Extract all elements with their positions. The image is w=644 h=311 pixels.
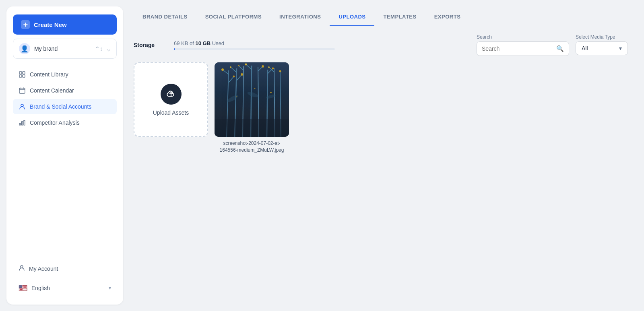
tab-brand-details[interactable]: BRAND DETAILS	[134, 8, 196, 26]
main-content: BRAND DETAILS SOCIAL PLATFORMS INTEGRATI…	[130, 0, 644, 311]
svg-rect-2	[19, 75, 22, 77]
svg-rect-6	[19, 123, 21, 125]
media-type-box: Select Media Type All ▾	[576, 34, 628, 55]
svg-rect-0	[19, 72, 22, 74]
content-calendar-icon	[19, 87, 26, 94]
asset-thumbnail	[215, 62, 289, 137]
storage-bar-fill	[174, 48, 175, 50]
brand-social-icon	[19, 103, 26, 110]
storage-label: Storage	[134, 42, 162, 48]
upload-card[interactable]: Upload Assets	[134, 62, 208, 137]
tab-bar: BRAND DETAILS SOCIAL PLATFORMS INTEGRATI…	[130, 8, 636, 26]
media-type-chevron-icon: ▾	[619, 45, 622, 51]
asset-image	[215, 62, 289, 137]
language-chevron-icon: ▾	[109, 285, 111, 291]
content-calendar-label: Content Calendar	[30, 87, 74, 94]
tab-uploads[interactable]: UPLOADS	[330, 8, 374, 26]
svg-point-9	[21, 266, 23, 268]
svg-point-37	[279, 70, 281, 72]
my-account-icon	[19, 265, 25, 272]
search-input-wrap: 🔍	[477, 41, 569, 56]
svg-point-32	[238, 65, 239, 66]
assets-grid: Upload Assets	[130, 62, 636, 154]
sidebar-item-competitor-analysis[interactable]: Competitor Analysis	[13, 115, 117, 130]
svg-point-36	[268, 66, 270, 68]
search-icon: 🔍	[556, 45, 564, 52]
brand-social-label: Brand & Social Accounts	[30, 103, 91, 110]
svg-rect-41	[215, 119, 289, 137]
sidebar-item-content-library[interactable]: Content Library	[13, 67, 117, 82]
search-box: Search 🔍	[477, 34, 569, 56]
storage-bar-container: 69 KB of 10 GB Used	[174, 40, 335, 50]
svg-point-39	[254, 88, 256, 89]
tab-exports[interactable]: EXPORTS	[425, 8, 470, 26]
svg-point-31	[241, 73, 243, 76]
flag-icon: 🇺🇸	[19, 284, 27, 292]
svg-point-40	[270, 92, 272, 93]
svg-point-30	[230, 66, 231, 68]
plus-icon: ＋	[21, 20, 30, 29]
svg-rect-1	[23, 72, 25, 74]
brand-chevron-icon: ⌵	[107, 45, 111, 53]
main-nav: Content Library Content Calendar Brand &…	[13, 67, 117, 254]
asset-name-label: screenshot-2024-07-02-at-164556-medium_Z…	[215, 140, 289, 154]
tab-templates[interactable]: TEMPLATES	[374, 8, 425, 26]
search-input[interactable]	[482, 45, 553, 52]
content-library-icon	[19, 71, 26, 78]
media-type-value: All	[582, 45, 588, 51]
brand-name-label: My brand	[34, 45, 91, 52]
svg-rect-7	[22, 122, 23, 125]
sidebar-item-brand-social[interactable]: Brand & Social Accounts	[13, 99, 117, 114]
asset-item[interactable]: screenshot-2024-07-02-at-164556-medium_Z…	[215, 62, 289, 154]
storage-suffix: Used	[212, 40, 224, 46]
svg-point-34	[262, 65, 264, 68]
storage-progress-bar	[174, 48, 335, 50]
tab-integrations[interactable]: INTEGRATIONS	[270, 8, 330, 26]
svg-rect-4	[19, 88, 25, 93]
sidebar: ＋ Create New 👤 My brand ⌃↕ ⌵ Content Lib…	[6, 6, 123, 305]
sidebar-bottom: My Account 🇺🇸 English ▾	[13, 254, 117, 297]
search-label: Search	[477, 34, 569, 40]
upload-card-label: Upload Assets	[153, 109, 189, 116]
language-label: English	[31, 285, 105, 291]
brand-selector[interactable]: 👤 My brand ⌃↕ ⌵	[13, 39, 117, 59]
avatar-icon: 👤	[19, 43, 30, 54]
create-new-button[interactable]: ＋ Create New	[13, 14, 117, 35]
svg-point-5	[21, 104, 23, 107]
my-account-item[interactable]: My Account	[13, 261, 117, 276]
storage-row: Storage 69 KB of 10 GB Used Search 🔍	[130, 34, 636, 56]
competitor-analysis-label: Competitor Analysis	[30, 119, 80, 126]
create-new-label: Create New	[34, 21, 67, 28]
tab-social-platforms[interactable]: SOCIAL PLATFORMS	[196, 8, 270, 26]
svg-point-29	[233, 76, 235, 78]
content-library-label: Content Library	[30, 71, 68, 78]
competitor-analysis-icon	[19, 119, 26, 126]
svg-rect-3	[23, 75, 25, 77]
media-type-select[interactable]: All ▾	[576, 41, 628, 55]
language-selector[interactable]: 🇺🇸 English ▾	[13, 280, 117, 297]
my-account-label: My Account	[29, 266, 58, 272]
svg-point-33	[245, 64, 247, 66]
storage-used: 69 KB	[174, 40, 188, 46]
storage-text: 69 KB of 10 GB Used	[174, 40, 335, 46]
storage-total: 10 GB	[196, 40, 211, 46]
upload-icon	[161, 84, 182, 105]
chevron-icon: ⌃↕	[95, 45, 103, 52]
svg-point-35	[272, 68, 274, 70]
sidebar-item-content-calendar[interactable]: Content Calendar	[13, 83, 117, 98]
media-type-label: Select Media Type	[576, 34, 628, 40]
svg-point-28	[221, 68, 224, 71]
search-area: Search 🔍 Select Media Type All ▾	[477, 34, 632, 56]
svg-rect-8	[24, 120, 25, 125]
